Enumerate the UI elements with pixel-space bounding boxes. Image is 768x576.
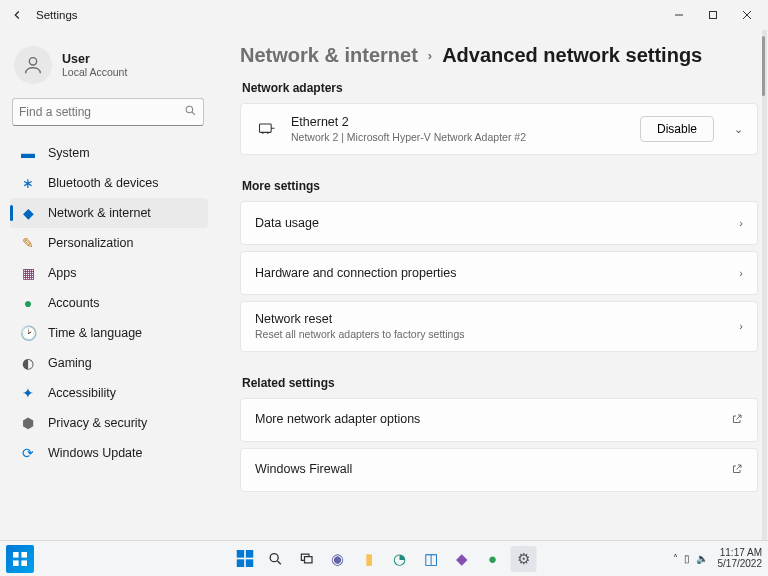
update-icon: ⟳ xyxy=(20,445,36,461)
svg-rect-14 xyxy=(304,557,312,563)
start-button[interactable] xyxy=(232,546,258,572)
sidebar-item-windows-update[interactable]: ⟳Windows Update xyxy=(10,438,208,468)
search-icon xyxy=(184,104,197,120)
chevron-right-icon: › xyxy=(739,217,743,229)
section-heading-more: More settings xyxy=(242,179,758,193)
chevron-right-icon: › xyxy=(739,267,743,279)
user-name: User xyxy=(62,52,127,66)
chevron-down-icon[interactable]: ⌄ xyxy=(734,123,743,136)
svg-rect-5 xyxy=(21,552,27,558)
sidebar-item-label: Time & language xyxy=(48,326,142,340)
apps-icon: ▦ xyxy=(20,265,36,281)
sidebar-item-label: Network & internet xyxy=(48,206,151,220)
title-bar: Settings xyxy=(0,0,768,30)
nav-list: ▬System ∗Bluetooth & devices ◆Network & … xyxy=(10,138,208,468)
svg-rect-6 xyxy=(13,560,19,566)
maximize-button[interactable] xyxy=(696,2,730,28)
taskbar-app-edge[interactable]: ◔ xyxy=(387,546,413,572)
taskbar-app-store[interactable]: ◫ xyxy=(418,546,444,572)
row-more-adapter-options[interactable]: More network adapter options xyxy=(240,398,758,442)
search-input[interactable] xyxy=(19,105,184,119)
row-hardware-properties[interactable]: Hardware and connection properties › xyxy=(240,251,758,295)
clock-date: 5/17/2022 xyxy=(718,559,763,570)
sidebar-item-label: Gaming xyxy=(48,356,92,370)
scrollbar[interactable] xyxy=(762,30,767,540)
volume-tray-icon[interactable]: 🔈 xyxy=(696,553,708,564)
svg-point-12 xyxy=(270,553,278,561)
sidebar-item-gaming[interactable]: ◐Gaming xyxy=(10,348,208,378)
sidebar: User Local Account ▬System ∗Bluetooth & … xyxy=(0,30,214,540)
row-label: More network adapter options xyxy=(255,412,719,427)
sidebar-item-label: Windows Update xyxy=(48,446,143,460)
close-button[interactable] xyxy=(730,2,764,28)
task-view-button[interactable] xyxy=(294,546,320,572)
bluetooth-icon: ∗ xyxy=(20,175,36,191)
open-external-icon xyxy=(731,413,743,427)
wifi-icon: ◆ xyxy=(20,205,36,221)
clock-time: 11:17 AM xyxy=(718,548,763,559)
row-network-reset[interactable]: Network reset Reset all network adapters… xyxy=(240,301,758,352)
svg-point-1 xyxy=(29,58,36,65)
adapter-title: Ethernet 2 xyxy=(291,115,628,130)
taskbar-app-vs[interactable]: ◆ xyxy=(449,546,475,572)
row-label: Windows Firewall xyxy=(255,462,719,477)
taskbar-app-browser[interactable]: ● xyxy=(480,546,506,572)
minimize-button[interactable] xyxy=(662,2,696,28)
sidebar-item-label: System xyxy=(48,146,90,160)
sidebar-item-label: Accessibility xyxy=(48,386,116,400)
row-windows-firewall[interactable]: Windows Firewall xyxy=(240,448,758,492)
taskbar-app-chat[interactable]: ◉ xyxy=(325,546,351,572)
section-heading-related: Related settings xyxy=(242,376,758,390)
search-box[interactable] xyxy=(12,98,204,126)
svg-rect-8 xyxy=(236,550,244,558)
user-block[interactable]: User Local Account xyxy=(10,38,208,98)
row-label: Data usage xyxy=(255,216,727,231)
avatar xyxy=(14,46,52,84)
sidebar-item-system[interactable]: ▬System xyxy=(10,138,208,168)
svg-rect-9 xyxy=(245,550,253,558)
sidebar-item-label: Personalization xyxy=(48,236,133,250)
person-icon: ● xyxy=(20,295,36,311)
brush-icon: ✎ xyxy=(20,235,36,251)
sidebar-item-network[interactable]: ◆Network & internet xyxy=(10,198,208,228)
sidebar-item-accessibility[interactable]: ✦Accessibility xyxy=(10,378,208,408)
taskbar-center: ◉ ▮ ◔ ◫ ◆ ● ⚙ xyxy=(232,546,537,572)
clock[interactable]: 11:17 AM 5/17/2022 xyxy=(718,548,763,569)
sidebar-item-apps[interactable]: ▦Apps xyxy=(10,258,208,288)
svg-rect-4 xyxy=(13,552,19,558)
main-content: Network & internet › Advanced network se… xyxy=(214,30,768,540)
breadcrumb-parent[interactable]: Network & internet xyxy=(240,44,418,67)
ethernet-icon xyxy=(255,119,279,139)
chevron-right-icon: › xyxy=(739,320,743,332)
adapter-card-ethernet[interactable]: Ethernet 2 Network 2 | Microsoft Hyper-V… xyxy=(240,103,758,155)
scrollbar-thumb[interactable] xyxy=(762,36,765,96)
adapter-subtitle: Network 2 | Microsoft Hyper-V Network Ad… xyxy=(291,131,628,144)
network-tray-icon[interactable]: ▯ xyxy=(684,553,690,564)
tray-chevron-icon[interactable]: ˄ xyxy=(673,553,678,564)
display-icon: ▬ xyxy=(20,145,36,161)
svg-rect-7 xyxy=(21,560,27,566)
taskbar: ◉ ▮ ◔ ◫ ◆ ● ⚙ ˄ ▯ 🔈 11:17 AM 5/17/2022 xyxy=(0,540,768,576)
system-tray[interactable]: ˄ ▯ 🔈 11:17 AM 5/17/2022 xyxy=(673,548,763,569)
sidebar-item-bluetooth[interactable]: ∗Bluetooth & devices xyxy=(10,168,208,198)
sidebar-item-privacy[interactable]: ⬢Privacy & security xyxy=(10,408,208,438)
sidebar-item-accounts[interactable]: ●Accounts xyxy=(10,288,208,318)
open-external-icon xyxy=(731,463,743,477)
widgets-button[interactable] xyxy=(6,545,34,573)
svg-rect-0 xyxy=(710,12,717,19)
back-button[interactable] xyxy=(4,2,30,28)
sidebar-item-time-language[interactable]: 🕑Time & language xyxy=(10,318,208,348)
sidebar-item-personalization[interactable]: ✎Personalization xyxy=(10,228,208,258)
taskbar-search-button[interactable] xyxy=(263,546,289,572)
row-label: Network reset xyxy=(255,312,727,327)
user-account-type: Local Account xyxy=(62,66,127,78)
sidebar-item-label: Apps xyxy=(48,266,77,280)
clock-icon: 🕑 xyxy=(20,325,36,341)
breadcrumb: Network & internet › Advanced network se… xyxy=(240,44,758,67)
row-data-usage[interactable]: Data usage › xyxy=(240,201,758,245)
disable-button[interactable]: Disable xyxy=(640,116,714,142)
sidebar-item-label: Bluetooth & devices xyxy=(48,176,159,190)
taskbar-app-settings[interactable]: ⚙ xyxy=(511,546,537,572)
chevron-right-icon: › xyxy=(428,48,432,63)
taskbar-app-explorer[interactable]: ▮ xyxy=(356,546,382,572)
